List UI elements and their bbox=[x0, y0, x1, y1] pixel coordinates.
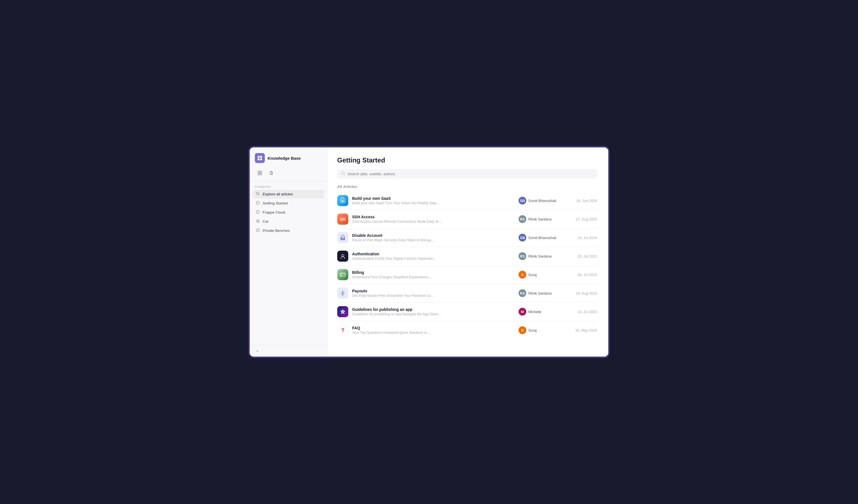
article-info: Authentication Authentication Fortify Yo… bbox=[352, 252, 515, 261]
sidebar-item-frappe-cloud[interactable]: Frappe Cloud bbox=[253, 208, 324, 217]
article-info: FAQ Your Top Questions Answered Quick So… bbox=[352, 326, 515, 335]
article-title: Authentication bbox=[352, 252, 515, 256]
page-title: Getting Started bbox=[337, 157, 597, 164]
article-thumbnail bbox=[337, 232, 348, 243]
author-name: Michelle bbox=[528, 310, 541, 314]
globe-icon bbox=[255, 219, 260, 224]
svg-rect-0 bbox=[258, 156, 259, 158]
collapse-button[interactable] bbox=[255, 349, 322, 353]
article-subtitle: SSH Access Secure Remote Connections Mad… bbox=[352, 220, 515, 224]
sidebar-item-explore[interactable]: Explore all articles bbox=[253, 190, 324, 198]
article-info: Disable Account Pause or Part Ways Secur… bbox=[352, 233, 515, 242]
sidebar-item-frappe-cloud-label: Frappe Cloud bbox=[263, 210, 285, 214]
avatar: RS bbox=[519, 252, 526, 260]
avatar: SB bbox=[519, 234, 526, 242]
article-author: M Michelle bbox=[519, 308, 563, 315]
sidebar-item-getting-started[interactable]: Getting Started bbox=[253, 199, 324, 208]
article-thumbnail bbox=[337, 269, 348, 280]
svg-rect-5 bbox=[260, 171, 262, 173]
article-date: 27, Aug 2023 bbox=[567, 217, 597, 221]
article-subtitle: Build your own SaaS Turn Your Vision int… bbox=[352, 201, 515, 205]
author-name: Sumit Bhanushali bbox=[528, 199, 556, 203]
sidebar-icon-book[interactable] bbox=[267, 168, 276, 178]
sidebar-item-cat-label: Cat bbox=[263, 220, 268, 224]
table-row[interactable]: Billing Understand Your Charges Simplifi… bbox=[337, 265, 597, 284]
avatar: M bbox=[519, 308, 526, 315]
article-subtitle: Your Top Questions Answered Quick Soluti… bbox=[352, 331, 515, 335]
article-author: RS Ritvik Sardana bbox=[519, 215, 563, 223]
svg-rect-10 bbox=[256, 211, 259, 214]
article-subtitle: Get Paid Hassle-Free Streamline Your Rev… bbox=[352, 294, 515, 297]
sidebar-item-private-benches[interactable]: Private Benches bbox=[253, 226, 324, 235]
article-date: 26, Jul 2023 bbox=[567, 273, 597, 277]
avatar: SB bbox=[519, 197, 526, 205]
article-title: Payouts bbox=[352, 289, 515, 293]
article-title: Build your own SaaS bbox=[352, 196, 515, 200]
svg-point-19 bbox=[341, 255, 344, 257]
article-title: Billing bbox=[352, 270, 515, 275]
article-info: Billing Understand Your Charges Simplifi… bbox=[352, 270, 515, 279]
articles-list: Build your own SaaS Build your own SaaS … bbox=[337, 192, 597, 339]
sidebar-nav: Categories Explore all articles bbox=[250, 181, 327, 345]
svg-rect-20 bbox=[340, 273, 345, 276]
box-icon-2 bbox=[255, 210, 260, 215]
article-author: SB Sumit Bhanushali bbox=[519, 234, 563, 242]
author-name: Ritvik Sardana bbox=[528, 217, 552, 221]
article-author: S Suraj bbox=[519, 326, 563, 334]
article-subtitle: Authentication Fortify Your Digital Fort… bbox=[352, 257, 515, 261]
article-thumbnail: ? bbox=[337, 325, 348, 336]
svg-rect-1 bbox=[260, 156, 262, 158]
article-title: FAQ bbox=[352, 326, 515, 330]
box-icon-3 bbox=[255, 228, 260, 233]
article-title: Guidelines for publishing an app bbox=[352, 307, 515, 312]
article-author: SB Sumit Bhanushali bbox=[519, 197, 563, 205]
article-thumbnail bbox=[337, 250, 348, 262]
table-row[interactable]: SSH SSH Access SSH Access Secure Remote … bbox=[337, 210, 597, 228]
article-thumbnail bbox=[337, 195, 348, 206]
article-subtitle: Understand Your Charges Simplified Expla… bbox=[352, 275, 515, 279]
table-row[interactable]: Build your own SaaS Build your own SaaS … bbox=[337, 192, 597, 210]
author-name: Ritvik Sardana bbox=[528, 254, 552, 258]
author-name: Suraj bbox=[528, 273, 537, 277]
article-title: Disable Account bbox=[352, 233, 515, 238]
sidebar-bottom bbox=[250, 345, 327, 356]
svg-rect-3 bbox=[260, 158, 262, 160]
article-author: S Suraj bbox=[519, 271, 563, 278]
all-articles-label: All Articles bbox=[337, 184, 597, 189]
svg-rect-7 bbox=[260, 173, 262, 175]
sidebar-item-getting-started-label: Getting Started bbox=[263, 201, 288, 205]
author-name: Suraj bbox=[528, 328, 537, 332]
table-row[interactable]: Authentication Authentication Fortify Yo… bbox=[337, 247, 597, 265]
svg-text:SSH: SSH bbox=[340, 218, 346, 221]
table-row[interactable]: Guidelines for publishing an app Guideli… bbox=[337, 303, 597, 321]
search-input[interactable] bbox=[348, 172, 593, 176]
app-title: Knowledge Base bbox=[268, 156, 301, 161]
article-subtitle: Guidelines for publishing an app Navigat… bbox=[352, 312, 515, 316]
author-name: Ritvik Sardana bbox=[528, 291, 552, 295]
table-row[interactable]: Payouts Get Paid Hassle-Free Streamline … bbox=[337, 284, 597, 303]
avatar: S bbox=[519, 271, 526, 278]
svg-rect-2 bbox=[258, 158, 259, 160]
app-icon bbox=[255, 153, 265, 163]
categories-label: Categories bbox=[253, 185, 324, 188]
avatar: RS bbox=[519, 289, 526, 297]
table-row[interactable]: Disable Account Pause or Part Ways Secur… bbox=[337, 228, 597, 247]
article-date: 19, Jul 2024 bbox=[567, 236, 597, 240]
article-info: SSH Access SSH Access Secure Remote Conn… bbox=[352, 215, 515, 224]
article-thumbnail bbox=[337, 288, 348, 299]
table-row[interactable]: ? FAQ Your Top Questions Answered Quick … bbox=[337, 321, 597, 339]
article-date: 19, Aug 2023 bbox=[567, 291, 597, 295]
svg-rect-9 bbox=[256, 201, 259, 205]
search-icon bbox=[255, 192, 260, 196]
box-icon-1 bbox=[255, 201, 260, 206]
sidebar-item-explore-label: Explore all articles bbox=[263, 192, 293, 196]
article-info: Build your own SaaS Build your own SaaS … bbox=[352, 196, 515, 205]
svg-rect-13 bbox=[256, 229, 259, 232]
svg-rect-4 bbox=[258, 171, 259, 173]
avatar: S bbox=[519, 326, 526, 334]
article-date: 16, May 2024 bbox=[567, 328, 597, 332]
sidebar-item-cat[interactable]: Cat bbox=[253, 217, 324, 226]
sidebar: Knowledge Base Categories bbox=[250, 148, 327, 356]
svg-point-16 bbox=[342, 200, 344, 202]
sidebar-icon-grid[interactable] bbox=[255, 168, 265, 178]
